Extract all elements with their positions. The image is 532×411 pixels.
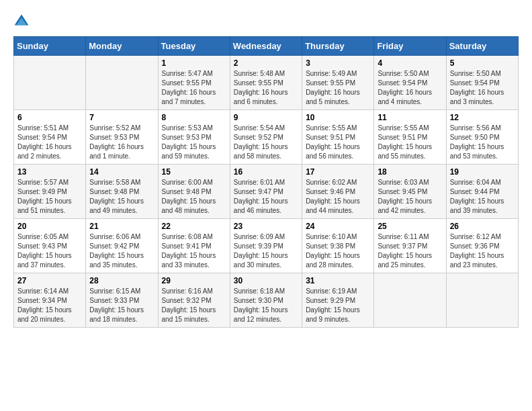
day-detail: Sunrise: 6:06 AM Sunset: 9:42 PM Dayligh… <box>89 232 154 270</box>
day-cell: 29Sunrise: 6:16 AM Sunset: 9:32 PM Dayli… <box>158 273 230 328</box>
day-cell: 9Sunrise: 5:54 AM Sunset: 9:52 PM Daylig… <box>230 110 302 165</box>
day-detail: Sunrise: 6:15 AM Sunset: 9:33 PM Dayligh… <box>89 287 154 324</box>
day-detail: Sunrise: 5:55 AM Sunset: 9:51 PM Dayligh… <box>378 124 442 161</box>
day-number: 12 <box>450 113 515 122</box>
day-number: 18 <box>378 167 442 177</box>
day-cell: 22Sunrise: 6:08 AM Sunset: 9:41 PM Dayli… <box>158 219 230 273</box>
day-detail: Sunrise: 5:49 AM Sunset: 9:55 PM Dayligh… <box>306 69 370 107</box>
day-number: 8 <box>162 113 226 122</box>
day-cell: 18Sunrise: 6:03 AM Sunset: 9:45 PM Dayli… <box>374 165 446 219</box>
day-cell: 15Sunrise: 6:00 AM Sunset: 9:48 PM Dayli… <box>158 165 230 219</box>
day-number: 9 <box>234 113 298 122</box>
day-detail: Sunrise: 6:16 AM Sunset: 9:32 PM Dayligh… <box>162 287 226 324</box>
day-detail: Sunrise: 6:05 AM Sunset: 9:43 PM Dayligh… <box>17 232 82 270</box>
logo <box>13 13 32 30</box>
week-row-4: 20Sunrise: 6:05 AM Sunset: 9:43 PM Dayli… <box>14 219 519 273</box>
week-row-5: 27Sunrise: 6:14 AM Sunset: 9:34 PM Dayli… <box>14 273 519 328</box>
day-cell <box>14 56 86 110</box>
day-number: 11 <box>378 113 442 122</box>
day-number: 20 <box>17 222 82 231</box>
day-cell: 13Sunrise: 5:57 AM Sunset: 9:49 PM Dayli… <box>14 165 86 219</box>
header-cell-thursday: Thursday <box>302 37 374 56</box>
day-cell: 20Sunrise: 6:05 AM Sunset: 9:43 PM Dayli… <box>14 219 86 273</box>
day-cell: 14Sunrise: 5:58 AM Sunset: 9:48 PM Dayli… <box>86 165 158 219</box>
day-number: 5 <box>450 58 515 68</box>
day-detail: Sunrise: 5:58 AM Sunset: 9:48 PM Dayligh… <box>89 178 154 216</box>
day-detail: Sunrise: 6:11 AM Sunset: 9:37 PM Dayligh… <box>378 232 442 270</box>
day-detail: Sunrise: 5:57 AM Sunset: 9:49 PM Dayligh… <box>17 178 82 216</box>
day-number: 1 <box>162 58 226 68</box>
day-number: 17 <box>306 167 370 177</box>
day-number: 27 <box>17 276 82 285</box>
day-number: 19 <box>450 167 515 177</box>
logo-icon <box>13 13 30 30</box>
day-detail: Sunrise: 6:02 AM Sunset: 9:46 PM Dayligh… <box>306 178 370 216</box>
day-number: 24 <box>306 222 370 231</box>
week-row-2: 6Sunrise: 5:51 AM Sunset: 9:54 PM Daylig… <box>14 110 519 165</box>
day-number: 30 <box>234 276 298 285</box>
day-number: 21 <box>89 222 154 231</box>
day-number: 31 <box>306 276 370 285</box>
day-number: 4 <box>378 58 442 68</box>
day-detail: Sunrise: 6:19 AM Sunset: 9:29 PM Dayligh… <box>306 287 370 324</box>
day-detail: Sunrise: 6:09 AM Sunset: 9:39 PM Dayligh… <box>234 232 298 270</box>
day-cell: 1Sunrise: 5:47 AM Sunset: 9:55 PM Daylig… <box>158 56 230 110</box>
day-cell <box>374 273 446 328</box>
day-cell: 17Sunrise: 6:02 AM Sunset: 9:46 PM Dayli… <box>302 165 374 219</box>
week-row-3: 13Sunrise: 5:57 AM Sunset: 9:49 PM Dayli… <box>14 165 519 219</box>
day-cell: 27Sunrise: 6:14 AM Sunset: 9:34 PM Dayli… <box>14 273 86 328</box>
day-detail: Sunrise: 5:50 AM Sunset: 9:54 PM Dayligh… <box>378 69 442 107</box>
page-header <box>13 13 519 30</box>
day-cell <box>446 273 518 328</box>
header-cell-friday: Friday <box>374 37 446 56</box>
header-cell-monday: Monday <box>86 37 158 56</box>
day-number: 26 <box>450 222 515 231</box>
day-detail: Sunrise: 5:47 AM Sunset: 9:55 PM Dayligh… <box>162 69 226 107</box>
day-detail: Sunrise: 5:53 AM Sunset: 9:53 PM Dayligh… <box>162 124 226 161</box>
header-cell-sunday: Sunday <box>14 37 86 56</box>
day-detail: Sunrise: 5:51 AM Sunset: 9:54 PM Dayligh… <box>17 124 82 161</box>
day-cell: 31Sunrise: 6:19 AM Sunset: 9:29 PM Dayli… <box>302 273 374 328</box>
header-cell-wednesday: Wednesday <box>230 37 302 56</box>
day-cell <box>86 56 158 110</box>
day-detail: Sunrise: 6:00 AM Sunset: 9:48 PM Dayligh… <box>162 178 226 216</box>
day-cell: 16Sunrise: 6:01 AM Sunset: 9:47 PM Dayli… <box>230 165 302 219</box>
day-number: 6 <box>17 113 82 122</box>
day-number: 22 <box>162 222 226 231</box>
day-cell: 24Sunrise: 6:10 AM Sunset: 9:38 PM Dayli… <box>302 219 374 273</box>
day-cell: 26Sunrise: 6:12 AM Sunset: 9:36 PM Dayli… <box>446 219 518 273</box>
calendar-body: 1Sunrise: 5:47 AM Sunset: 9:55 PM Daylig… <box>14 56 519 328</box>
day-number: 29 <box>162 276 226 285</box>
day-detail: Sunrise: 5:54 AM Sunset: 9:52 PM Dayligh… <box>234 124 298 161</box>
day-detail: Sunrise: 6:10 AM Sunset: 9:38 PM Dayligh… <box>306 232 370 270</box>
day-cell: 25Sunrise: 6:11 AM Sunset: 9:37 PM Dayli… <box>374 219 446 273</box>
day-detail: Sunrise: 6:14 AM Sunset: 9:34 PM Dayligh… <box>17 287 82 324</box>
day-detail: Sunrise: 6:08 AM Sunset: 9:41 PM Dayligh… <box>162 232 226 270</box>
day-cell: 28Sunrise: 6:15 AM Sunset: 9:33 PM Dayli… <box>86 273 158 328</box>
day-number: 3 <box>306 58 370 68</box>
day-cell: 3Sunrise: 5:49 AM Sunset: 9:55 PM Daylig… <box>302 56 374 110</box>
header-row: SundayMondayTuesdayWednesdayThursdayFrid… <box>14 37 519 56</box>
day-number: 16 <box>234 167 298 177</box>
day-cell: 4Sunrise: 5:50 AM Sunset: 9:54 PM Daylig… <box>374 56 446 110</box>
day-cell: 5Sunrise: 5:50 AM Sunset: 9:54 PM Daylig… <box>446 56 518 110</box>
day-number: 14 <box>89 167 154 177</box>
day-number: 23 <box>234 222 298 231</box>
day-cell: 6Sunrise: 5:51 AM Sunset: 9:54 PM Daylig… <box>14 110 86 165</box>
day-number: 7 <box>89 113 154 122</box>
day-detail: Sunrise: 6:03 AM Sunset: 9:45 PM Dayligh… <box>378 178 442 216</box>
day-cell: 23Sunrise: 6:09 AM Sunset: 9:39 PM Dayli… <box>230 219 302 273</box>
day-cell: 7Sunrise: 5:52 AM Sunset: 9:53 PM Daylig… <box>86 110 158 165</box>
day-detail: Sunrise: 6:04 AM Sunset: 9:44 PM Dayligh… <box>450 178 515 216</box>
header-cell-tuesday: Tuesday <box>158 37 230 56</box>
day-detail: Sunrise: 5:56 AM Sunset: 9:50 PM Dayligh… <box>450 124 515 161</box>
calendar-table: SundayMondayTuesdayWednesdayThursdayFrid… <box>13 36 519 328</box>
day-cell: 19Sunrise: 6:04 AM Sunset: 9:44 PM Dayli… <box>446 165 518 219</box>
day-detail: Sunrise: 5:48 AM Sunset: 9:55 PM Dayligh… <box>234 69 298 107</box>
day-detail: Sunrise: 6:18 AM Sunset: 9:30 PM Dayligh… <box>234 287 298 324</box>
day-cell: 2Sunrise: 5:48 AM Sunset: 9:55 PM Daylig… <box>230 56 302 110</box>
day-number: 25 <box>378 222 442 231</box>
day-cell: 30Sunrise: 6:18 AM Sunset: 9:30 PM Dayli… <box>230 273 302 328</box>
day-number: 13 <box>17 167 82 177</box>
day-cell: 12Sunrise: 5:56 AM Sunset: 9:50 PM Dayli… <box>446 110 518 165</box>
